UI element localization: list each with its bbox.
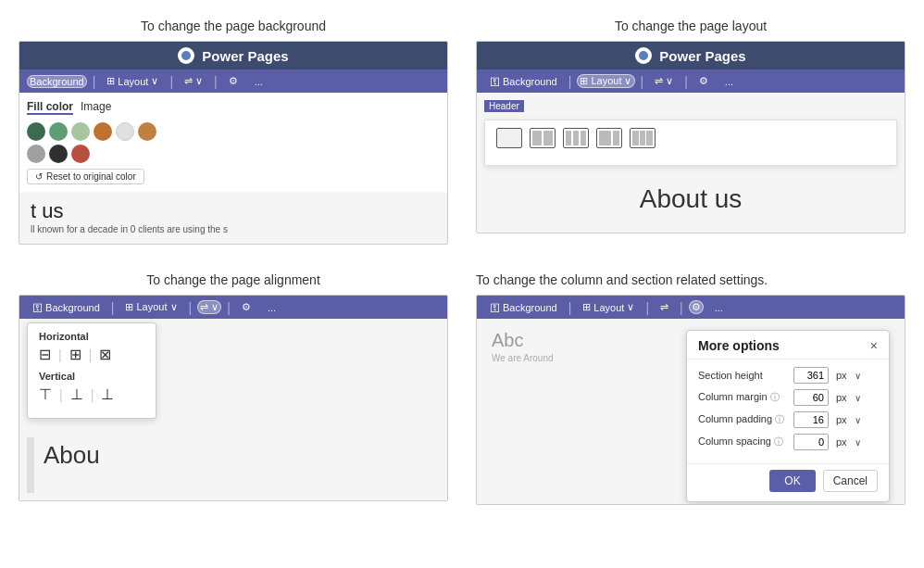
reset-icon: ↺ <box>35 171 43 182</box>
more-toolbar-btn-a[interactable]: ... <box>262 300 281 315</box>
align-toolbar-btn-l[interactable]: ⇌ ∨ <box>649 73 679 89</box>
layout-toolbar-btn-l[interactable]: ⊞ Layout ∨ <box>577 74 634 88</box>
mo-col-margin-info: ⓘ <box>770 392 780 402</box>
mo-col-spacing-info: ⓘ <box>774 436 783 447</box>
more-toolbar-btn-l[interactable]: ... <box>719 74 739 89</box>
layout-2col-wide-icon[interactable] <box>596 128 622 148</box>
layout-3col-asym-icon[interactable] <box>630 128 656 148</box>
layout-2col-icon[interactable] <box>530 128 556 148</box>
mo-col-margin-chevron: ∨ <box>855 393 861 403</box>
mo-ok-button[interactable]: OK <box>769 470 815 492</box>
more-options-section: To change the column and section related… <box>476 272 905 505</box>
mo-col-padding-unit: px <box>836 414 847 425</box>
color-swatch-3[interactable] <box>71 122 90 141</box>
horizontal-label: Horizontal <box>39 331 144 342</box>
mo-col-spacing-unit: px <box>836 436 847 448</box>
mo-col-spacing-input[interactable] <box>793 434 829 450</box>
settings-toolbar-btn-a[interactable]: ⚙ <box>236 299 256 315</box>
about-preview-bg: t us ll known for a decade in 0 clients … <box>19 192 447 244</box>
mo-col-spacing-chevron: ∨ <box>855 437 861 448</box>
color-swatches <box>27 122 440 163</box>
image-tab[interactable]: Image <box>81 100 111 115</box>
mo-row-col-padding: Column padding ⓘ px ∨ <box>698 411 878 428</box>
layout-screenshot: Power Pages ⚿ Background | ⊞ Layout ∨ | … <box>476 41 905 234</box>
mo-section-height-label: Section height <box>698 370 786 381</box>
layout-section-label: To change the page layout <box>476 19 905 33</box>
bg-toolbar-btn[interactable]: Background <box>27 75 87 88</box>
layout-1col-icon[interactable] <box>496 128 522 148</box>
more-options-section-label: To change the column and section related… <box>476 272 905 287</box>
h-align-icons: ⊟ | ⊞ | ⊠ <box>39 346 144 363</box>
layout-section: To change the page layout Power Pages ⚿ … <box>476 19 905 245</box>
mo-row-section-height: Section height px ∨ <box>698 367 878 384</box>
reset-color-btn[interactable]: ↺ Reset to original color <box>27 169 144 184</box>
pp-logo-icon-2 <box>635 47 652 64</box>
about-large-text: About us <box>477 166 905 233</box>
color-swatch-6[interactable] <box>138 122 156 141</box>
align-dropdown-container: Horizontal ⊟ | ⊞ | ⊠ Vertical ⊤ | ⊥ | <box>19 319 447 430</box>
alignment-section: To change the page alignment ⚿ Backgroun… <box>19 272 448 505</box>
header-tag-container: Header <box>477 93 905 120</box>
mo-col-padding-input[interactable] <box>793 411 829 428</box>
mo-col-margin-input[interactable] <box>793 389 829 406</box>
settings-toolbar-btn-mo[interactable]: ⚙ <box>689 300 704 314</box>
mo-col-padding-chevron: ∨ <box>855 415 861 425</box>
bg-panel: Fill color Image ↺ Reset to origina <box>19 93 447 192</box>
pp-toolbar-bg: Background | ⊞ Layout ∨ | ⇌ ∨ | ⚙ ... <box>19 69 447 93</box>
mo-col-margin-unit: px <box>836 392 847 403</box>
align-toolbar-btn[interactable]: ⇌ ∨ <box>179 73 208 89</box>
fill-color-tab[interactable]: Fill color <box>27 100 73 115</box>
about-title-bg: t us <box>31 199 436 223</box>
color-swatch-4[interactable] <box>94 122 112 141</box>
mo-dialog-footer: OK Cancel <box>687 463 889 501</box>
color-swatch-7[interactable] <box>27 145 45 163</box>
alignment-screenshot: ⚿ Background | ⊞ Layout ∨ | ⇌ ∨ | ⚙ ... … <box>19 295 448 501</box>
color-swatch-5[interactable] <box>116 122 134 141</box>
pp-title-layout: Power Pages <box>659 48 745 64</box>
color-swatch-8[interactable] <box>49 145 68 163</box>
mo-col-padding-label: Column padding ⓘ <box>698 413 786 426</box>
layout-toolbar-btn-a[interactable]: ⊞ Layout ∨ <box>119 299 182 315</box>
mo-cancel-button[interactable]: Cancel <box>823 470 878 492</box>
bg-toolbar-btn-l[interactable]: ⚿ Background <box>484 74 563 89</box>
align-right-icon[interactable]: ⊠ <box>99 346 111 363</box>
settings-toolbar-btn-l[interactable]: ⚙ <box>693 73 714 89</box>
align-text-area: Abou <box>34 437 109 493</box>
color-swatch-9[interactable] <box>71 145 90 163</box>
more-toolbar-btn-mo[interactable]: ... <box>709 300 729 315</box>
mo-col-padding-info: ⓘ <box>775 414 784 424</box>
layout-toolbar-btn-mo[interactable]: ⊞ Layout ∨ <box>577 299 640 315</box>
layout-toolbar-btn[interactable]: ⊞ Layout ∨ <box>101 73 164 89</box>
color-swatch-2[interactable] <box>49 122 68 141</box>
mo-close-btn[interactable]: × <box>870 338 878 353</box>
pp-toolbar-mo: ⚿ Background | ⊞ Layout ∨ | ⇌ | ⚙ ... <box>477 296 905 319</box>
layout-icons-row <box>496 128 885 148</box>
mo-content-area: Abc We are Around More options × Section… <box>477 319 905 504</box>
layout-3col-icon[interactable] <box>563 128 589 148</box>
more-toolbar-btn[interactable]: ... <box>249 74 268 89</box>
v-align-icons: ⊤ | ⊥ | ⊥ <box>39 385 144 403</box>
align-middle-icon[interactable]: ⊥ <box>70 385 83 403</box>
align-bottom-icon[interactable]: ⊥ <box>101 385 114 403</box>
bg-toolbar-btn-mo[interactable]: ⚿ Background <box>484 300 563 315</box>
mo-col-spacing-label: Column spacing ⓘ <box>698 435 786 448</box>
mo-section-height-input[interactable] <box>793 367 829 384</box>
sidebar-placeholder <box>27 437 34 493</box>
pp-title-bg: Power Pages <box>202 48 288 64</box>
align-toolbar-btn-a[interactable]: ⇌ ∨ <box>197 300 221 314</box>
settings-toolbar-btn[interactable]: ⚙ <box>223 73 243 89</box>
mo-dialog-body: Section height px ∨ Column margin ⓘ px ∨ <box>687 360 889 463</box>
align-about-title: Abou <box>44 441 100 470</box>
bg-toolbar-btn-a[interactable]: ⚿ Background <box>27 300 106 315</box>
pp-header-bg: Power Pages <box>19 42 447 69</box>
pp-toolbar-align: ⚿ Background | ⊞ Layout ∨ | ⇌ ∨ | ⚙ ... <box>19 296 447 319</box>
align-toolbar-btn-mo[interactable]: ⇌ <box>655 299 674 315</box>
align-left-icon[interactable]: ⊟ <box>39 346 51 363</box>
align-top-icon[interactable]: ⊤ <box>39 385 52 403</box>
color-swatch-1[interactable] <box>27 122 45 141</box>
more-options-dialog: More options × Section height px ∨ <box>686 330 890 502</box>
mo-section-height-unit: px <box>836 370 847 381</box>
vertical-label: Vertical <box>39 371 144 382</box>
align-center-icon[interactable]: ⊞ <box>69 346 81 363</box>
more-options-screenshot: ⚿ Background | ⊞ Layout ∨ | ⇌ | ⚙ ... Ab… <box>476 295 905 505</box>
